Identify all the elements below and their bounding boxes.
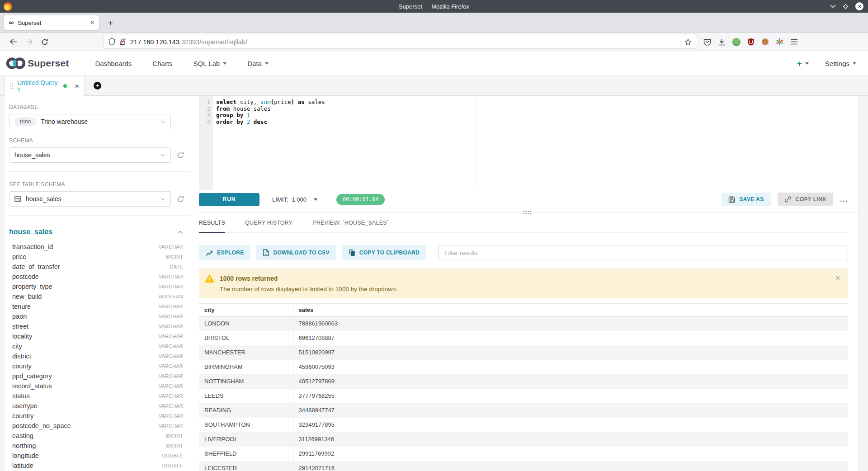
copy-to-clipboard-button[interactable]: COPY TO CLIPBOARD (342, 245, 426, 260)
add-query-tab-button[interactable]: + (94, 76, 101, 95)
download-icon[interactable] (718, 38, 726, 46)
tab-close-icon[interactable]: ✕ (90, 19, 94, 26)
schema-column-row[interactable]: priceBIGINT (9, 252, 183, 262)
editor-gutter: 1234 (199, 96, 213, 190)
download-csv-button[interactable]: DOWNLOAD TO CSV (256, 245, 336, 260)
schema-select[interactable]: house_sales (9, 147, 171, 163)
column-name: price (9, 253, 26, 260)
cell-city: LONDON (199, 316, 293, 331)
url-bar[interactable]: 217.160.120.143:32393/superset/sqllab/ (103, 35, 697, 49)
table-select[interactable]: house_sales (9, 191, 171, 207)
extension-ublock-icon[interactable] (747, 38, 755, 46)
column-type: VARCHAR (159, 423, 183, 429)
schema-column-row[interactable]: localityVARCHAR (9, 331, 183, 341)
refresh-schema-icon[interactable] (177, 151, 184, 159)
copy-link-button[interactable]: COPY LINK (778, 193, 834, 206)
cell-city: BIRMINGHAM (199, 360, 293, 374)
shield-icon[interactable] (108, 38, 115, 46)
left-gutter (0, 96, 5, 471)
tab-preview-house-sales[interactable]: PREVIEW: `HOUSE_SALES` (312, 220, 389, 232)
reload-icon[interactable] (41, 38, 48, 46)
url-text: 217.160.120.143:32393/superset/sqllab/ (130, 38, 247, 46)
schema-column-row[interactable]: cityVARCHAR (9, 341, 183, 351)
url-path: :32393/superset/sqllab/ (179, 38, 247, 46)
tab-results[interactable]: RESULTS (199, 220, 225, 233)
filter-results-input[interactable] (438, 245, 848, 260)
column-name: record_status (9, 382, 52, 390)
schema-column-row[interactable]: countyVARCHAR (9, 361, 183, 371)
schema-column-row[interactable]: date_of_transferDATE (9, 262, 183, 272)
database-select[interactable]: trino Trino warehouse (9, 114, 171, 129)
schema-column-row[interactable]: postcode_no_spaceVARCHAR (9, 421, 183, 431)
extension-privacy-icon[interactable] (732, 38, 741, 46)
table-schema-heading[interactable]: house_sales (9, 228, 52, 236)
schema-column-row[interactable]: property_typeVARCHAR (9, 282, 183, 292)
header-city[interactable]: city (199, 304, 293, 316)
save-as-button[interactable]: SAVE AS (722, 193, 770, 206)
back-icon[interactable] (9, 38, 17, 45)
window-minimize-icon[interactable] (830, 5, 836, 8)
schema-column-row[interactable]: record_statusVARCHAR (9, 381, 183, 391)
forward-icon[interactable] (25, 38, 33, 45)
drag-handle-icon[interactable] (10, 83, 13, 89)
nav-sql-lab[interactable]: SQL Lab (193, 60, 227, 67)
query-tab-active[interactable]: Untitled Query 1 ✕ (5, 76, 85, 96)
collapse-chevron-up-icon[interactable] (178, 231, 183, 234)
file-icon (263, 249, 269, 256)
result-row: LONDON788861960063 (199, 316, 848, 331)
more-options-button[interactable]: ... (840, 196, 848, 203)
new-tab-button[interactable]: + (108, 18, 113, 28)
column-name: new_build (9, 293, 42, 300)
header-sales[interactable]: sales (293, 304, 848, 316)
schema-column-row[interactable]: new_buildBOOLEAN (9, 292, 183, 301)
superset-logo-icon[interactable] (5, 56, 26, 71)
limit-dropdown[interactable]: LIMIT: 1 000 (272, 196, 317, 203)
column-name: paon (9, 313, 27, 320)
new-item-plus-button[interactable]: + (797, 59, 809, 68)
window-close-icon[interactable]: ✕ (855, 2, 863, 10)
query-tab-close-icon[interactable]: ✕ (75, 83, 79, 89)
schema-column-row[interactable]: ppd_categoryVARCHAR (9, 371, 183, 381)
schema-column-row[interactable]: countryVARCHAR (9, 411, 183, 421)
gutter-line-number: 3 (199, 112, 210, 119)
explore-button[interactable]: EXPLORE (199, 245, 250, 260)
tab-query-history[interactable]: QUERY HISTORY (245, 220, 292, 232)
nav-dashboards[interactable]: Dashboards (95, 60, 132, 67)
pocket-icon[interactable] (703, 38, 711, 46)
sql-code-editor[interactable]: 1234 select city, sum(price) as salesfro… (199, 96, 858, 190)
lock-insecure-icon[interactable] (119, 38, 126, 46)
menu-hamburger-icon[interactable] (790, 39, 798, 45)
schema-column-row[interactable]: statusVARCHAR (9, 391, 183, 401)
column-type: VARCHAR (159, 334, 183, 339)
schema-column-row[interactable]: eastingBIGINT (9, 431, 183, 441)
schema-column-row[interactable]: longitudeDOUBLE (9, 451, 183, 461)
table-select-value: house_sales (26, 195, 61, 203)
nav-charts[interactable]: Charts (152, 60, 172, 67)
column-type: VARCHAR (159, 324, 183, 329)
schema-column-row[interactable]: postcodeVARCHAR (9, 272, 183, 282)
schema-column-row[interactable]: districtVARCHAR (9, 351, 183, 361)
refresh-tables-icon[interactable] (177, 195, 184, 203)
schema-column-row[interactable]: latitudeDOUBLE (9, 461, 183, 471)
schema-column-row[interactable]: usertypeVARCHAR (9, 401, 183, 411)
browser-tab[interactable]: ∞ Superset ✕ (4, 15, 99, 30)
extension-cookie-icon[interactable] (761, 38, 769, 46)
settings-menu[interactable]: Settings (825, 60, 856, 67)
bookmark-star-icon[interactable] (684, 38, 692, 46)
column-type: VARCHAR (159, 353, 183, 359)
schema-column-row[interactable]: tenureVARCHAR (9, 301, 183, 311)
schema-column-row[interactable]: paonVARCHAR (9, 311, 183, 321)
schema-column-row[interactable]: streetVARCHAR (9, 321, 183, 331)
resize-handle-icon[interactable] (520, 211, 534, 214)
chevron-down-icon (314, 198, 317, 201)
brand-title[interactable]: Superset (28, 58, 69, 69)
schema-column-row[interactable]: transaction_idVARCHAR (9, 242, 183, 252)
window-maximize-icon[interactable] (843, 4, 849, 9)
results-resize-divider[interactable] (196, 212, 858, 212)
schema-column-row[interactable]: northingBIGINT (9, 441, 183, 451)
run-button[interactable]: RUN (199, 193, 259, 206)
nav-data[interactable]: Data (247, 60, 269, 67)
alert-close-icon[interactable]: ✕ (835, 274, 840, 282)
chevron-down-icon (223, 62, 226, 65)
extension-sparkle-icon[interactable] (776, 38, 783, 46)
